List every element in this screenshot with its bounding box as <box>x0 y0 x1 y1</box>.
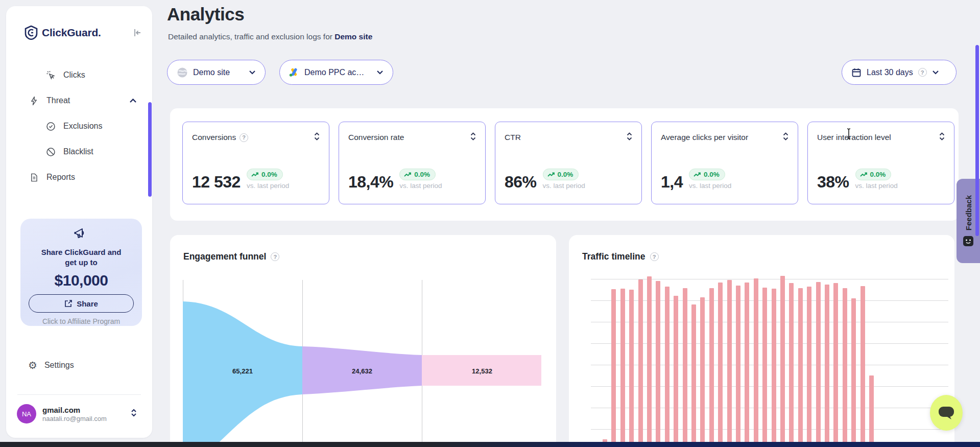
engagement-funnel-chart: 65,221 24,632 12,532 <box>183 280 545 447</box>
page-title: Analytics <box>167 4 244 25</box>
kpi-value: 1,4 <box>661 174 683 190</box>
traffic-bar <box>700 297 705 447</box>
sidebar-item-reports[interactable]: Reports <box>6 164 152 190</box>
cursor-click-icon <box>45 69 56 81</box>
traffic-bar <box>629 290 634 447</box>
sidebar-item-clicks[interactable]: Clicks <box>6 62 152 88</box>
promo-amount: $10,000 <box>20 272 142 289</box>
site-selector-value: Demo site <box>193 68 230 77</box>
kpi-value: 38% <box>817 174 849 190</box>
sidebar-collapse-icon[interactable] <box>132 27 143 38</box>
traffic-bar <box>691 304 696 447</box>
sidebar-nav: Clicks Threat Exclusions Blacklist <box>6 62 152 190</box>
page-scrollbar-thumb[interactable] <box>975 45 979 236</box>
traffic-timeline-panel: Traffic timeline ? <box>569 235 954 447</box>
account-switcher[interactable]: NA gmail.com naatali.ro@gmail.com <box>17 403 143 425</box>
kpi-label: Average clicks per visitor <box>661 133 748 142</box>
traffic-bar <box>762 288 767 447</box>
help-icon[interactable]: ? <box>650 252 659 261</box>
sort-icon[interactable] <box>939 132 945 143</box>
bottom-window-edge <box>0 442 980 447</box>
promo-line-2: get up to <box>20 257 142 268</box>
help-icon[interactable]: ? <box>271 252 279 261</box>
google-ads-icon <box>289 67 299 77</box>
sort-icon[interactable] <box>783 132 788 143</box>
chevron-down-icon <box>932 70 939 75</box>
page-subtitle-text: Detailed analytics, traffic and exclusio… <box>168 32 332 41</box>
kpi-label: User interaction level <box>817 133 891 142</box>
funnel-title: Engagement funnel <box>183 251 266 262</box>
share-button-label: Share <box>77 299 98 308</box>
kpi-value: 86% <box>505 174 537 190</box>
kpi-value: 18,4% <box>348 174 393 190</box>
feedback-label: Feedback <box>964 195 973 230</box>
share-button[interactable]: Share <box>29 294 134 313</box>
sidebar-item-blacklist[interactable]: Blacklist <box>6 139 152 164</box>
timeline-title: Traffic timeline <box>582 251 646 262</box>
traffic-bar <box>816 282 821 447</box>
delta-badge: 0.0% <box>689 169 725 180</box>
vs-period-label: vs. last period <box>689 182 731 190</box>
sidebar-item-settings[interactable]: ⚙ Settings <box>28 358 74 373</box>
date-range-selector[interactable]: Last 30 days ? <box>842 60 957 85</box>
document-icon <box>28 172 39 183</box>
traffic-bar <box>727 280 732 447</box>
delta-badge: 0.0% <box>247 169 283 180</box>
traffic-bar <box>807 287 811 447</box>
vs-period-label: vs. last period <box>247 182 289 190</box>
logo-row: ClickGuard. <box>25 25 143 41</box>
chat-launcher-button[interactable] <box>930 395 963 431</box>
lightning-icon <box>28 95 39 106</box>
kpi-value: 12 532 <box>192 174 241 190</box>
account-name: gmail.com <box>42 406 107 414</box>
traffic-bar <box>647 276 652 447</box>
sidebar: ClickGuard. Clicks Threat Exclusions <box>6 6 152 438</box>
calendar-icon <box>851 67 862 78</box>
trend-up-icon <box>694 172 701 177</box>
traffic-bar <box>718 283 723 447</box>
account-email: naatali.ro@gmail.com <box>42 415 107 422</box>
trend-up-icon <box>547 172 555 177</box>
traffic-bar <box>665 287 670 447</box>
sidebar-item-exclusions[interactable]: Exclusions <box>6 113 152 139</box>
affiliate-link[interactable]: Click to Affiliate Program <box>20 317 142 325</box>
kpi-label: Conversions <box>192 133 236 142</box>
gear-icon: ⚙ <box>28 360 37 370</box>
sort-icon[interactable] <box>627 132 632 143</box>
sort-icon[interactable] <box>314 132 320 143</box>
traffic-bar <box>736 286 740 447</box>
kpi-label: Conversion rate <box>348 133 404 142</box>
sort-icon[interactable] <box>470 132 476 143</box>
date-range-value: Last 30 days <box>867 68 913 77</box>
traffic-bar <box>620 289 625 447</box>
kpi-card-avg-clicks: Average clicks per visitor 1,4 0.0% vs. … <box>651 122 798 204</box>
sidebar-item-label: Blacklist <box>63 147 93 156</box>
badge-check-icon <box>45 121 56 132</box>
trend-up-icon <box>860 172 868 177</box>
funnel-value-1: 65,221 <box>232 367 253 375</box>
affiliate-promo-card: Share ClickGuard and get up to $10,000 S… <box>20 219 142 326</box>
avatar: NA <box>17 404 36 424</box>
sidebar-item-label: Threat <box>46 96 70 105</box>
vs-period-label: vs. last period <box>399 182 442 190</box>
help-icon[interactable]: ? <box>918 68 927 77</box>
prohibited-icon <box>45 146 56 157</box>
ppc-account-selector[interactable]: Demo PPC ac… <box>279 60 393 85</box>
engagement-funnel-panel: Engagement funnel ? 65,221 24,632 12,532 <box>170 235 556 447</box>
chevron-down-icon <box>249 70 256 75</box>
megaphone-icon <box>74 227 89 241</box>
traffic-plot <box>591 279 948 447</box>
kpi-card-conversion-rate: Conversion rate 18,4% 0.0% vs. last peri… <box>339 122 486 204</box>
settings-label: Settings <box>44 361 74 370</box>
site-selector[interactable]: Demo site <box>167 60 266 85</box>
chevron-up-icon[interactable] <box>129 96 137 105</box>
traffic-bar <box>825 285 829 447</box>
help-icon[interactable]: ? <box>240 133 248 142</box>
clickguard-logo-icon <box>25 26 38 40</box>
kpi-band: Conversions ? 12 532 0.0% vs. last perio… <box>170 108 959 221</box>
sidebar-scroll-indicator[interactable] <box>148 102 152 197</box>
sidebar-item-threat[interactable]: Threat <box>6 88 152 113</box>
traffic-bar <box>798 288 803 447</box>
trend-up-icon <box>251 172 259 177</box>
delta-badge: 0.0% <box>543 169 579 180</box>
